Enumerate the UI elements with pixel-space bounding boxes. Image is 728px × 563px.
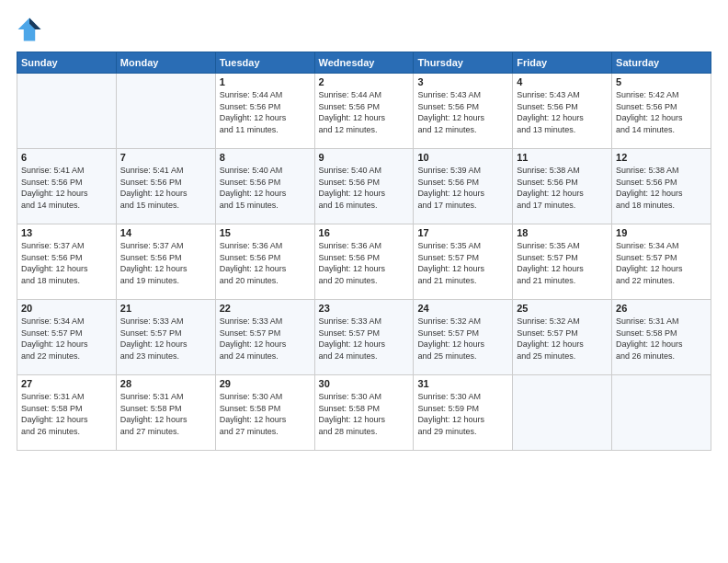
calendar-cell: 8Sunrise: 5:40 AM Sunset: 5:56 PM Daylig… — [215, 149, 314, 224]
day-info: Sunrise: 5:32 AM Sunset: 5:57 PM Dayligh… — [517, 316, 608, 362]
calendar-cell: 21Sunrise: 5:33 AM Sunset: 5:57 PM Dayli… — [116, 300, 215, 375]
day-info: Sunrise: 5:44 AM Sunset: 5:56 PM Dayligh… — [319, 89, 410, 135]
day-info: Sunrise: 5:32 AM Sunset: 5:57 PM Dayligh… — [417, 316, 508, 362]
calendar-cell: 22Sunrise: 5:33 AM Sunset: 5:57 PM Dayli… — [215, 300, 314, 375]
calendar-cell — [612, 375, 711, 451]
day-info: Sunrise: 5:37 AM Sunset: 5:56 PM Dayligh… — [21, 240, 112, 286]
week-row-0: 1Sunrise: 5:44 AM Sunset: 5:56 PM Daylig… — [17, 74, 711, 149]
week-row-3: 20Sunrise: 5:34 AM Sunset: 5:57 PM Dayli… — [17, 300, 711, 375]
day-number: 9 — [319, 152, 410, 163]
day-number: 21 — [120, 303, 211, 314]
day-number: 11 — [517, 152, 608, 163]
calendar-cell: 9Sunrise: 5:40 AM Sunset: 5:56 PM Daylig… — [314, 149, 414, 224]
calendar-cell: 16Sunrise: 5:36 AM Sunset: 5:56 PM Dayli… — [314, 224, 414, 300]
day-number: 29 — [220, 378, 311, 389]
calendar-cell: 13Sunrise: 5:37 AM Sunset: 5:56 PM Dayli… — [17, 224, 117, 300]
day-info: Sunrise: 5:35 AM Sunset: 5:57 PM Dayligh… — [417, 240, 508, 286]
week-row-4: 27Sunrise: 5:31 AM Sunset: 5:58 PM Dayli… — [17, 375, 711, 451]
day-number: 5 — [616, 76, 707, 87]
day-info: Sunrise: 5:30 AM Sunset: 5:59 PM Dayligh… — [417, 391, 508, 437]
day-number: 28 — [120, 378, 211, 389]
day-number: 4 — [517, 76, 608, 87]
col-header-sunday: Sunday — [17, 52, 117, 74]
day-number: 8 — [220, 152, 311, 163]
day-info: Sunrise: 5:38 AM Sunset: 5:56 PM Dayligh… — [616, 165, 707, 211]
week-row-2: 13Sunrise: 5:37 AM Sunset: 5:56 PM Dayli… — [17, 224, 711, 300]
calendar-cell: 31Sunrise: 5:30 AM Sunset: 5:59 PM Dayli… — [414, 375, 513, 451]
col-header-monday: Monday — [116, 52, 215, 74]
day-info: Sunrise: 5:33 AM Sunset: 5:57 PM Dayligh… — [220, 316, 311, 362]
day-number: 10 — [417, 152, 508, 163]
calendar-cell: 17Sunrise: 5:35 AM Sunset: 5:57 PM Dayli… — [414, 224, 513, 300]
day-info: Sunrise: 5:34 AM Sunset: 5:57 PM Dayligh… — [21, 316, 112, 362]
day-number: 12 — [616, 152, 707, 163]
day-info: Sunrise: 5:31 AM Sunset: 5:58 PM Dayligh… — [21, 391, 112, 437]
day-info: Sunrise: 5:33 AM Sunset: 5:57 PM Dayligh… — [120, 316, 211, 362]
day-info: Sunrise: 5:41 AM Sunset: 5:56 PM Dayligh… — [21, 165, 112, 211]
calendar-cell: 20Sunrise: 5:34 AM Sunset: 5:57 PM Dayli… — [17, 300, 117, 375]
day-number: 25 — [517, 303, 608, 314]
day-number: 30 — [319, 378, 410, 389]
day-number: 1 — [220, 76, 311, 87]
col-header-saturday: Saturday — [612, 52, 711, 74]
header-row: SundayMondayTuesdayWednesdayThursdayFrid… — [17, 52, 711, 74]
calendar-cell: 2Sunrise: 5:44 AM Sunset: 5:56 PM Daylig… — [314, 74, 414, 149]
calendar-cell: 5Sunrise: 5:42 AM Sunset: 5:56 PM Daylig… — [612, 74, 711, 149]
col-header-wednesday: Wednesday — [314, 52, 414, 74]
calendar-cell: 15Sunrise: 5:36 AM Sunset: 5:56 PM Dayli… — [215, 224, 314, 300]
day-number: 24 — [417, 303, 508, 314]
col-header-thursday: Thursday — [414, 52, 513, 74]
calendar-cell: 29Sunrise: 5:30 AM Sunset: 5:58 PM Dayli… — [215, 375, 314, 451]
calendar-cell: 4Sunrise: 5:43 AM Sunset: 5:56 PM Daylig… — [513, 74, 612, 149]
day-number: 16 — [319, 227, 410, 238]
day-number: 2 — [319, 76, 410, 87]
day-number: 6 — [21, 152, 112, 163]
day-number: 31 — [417, 378, 508, 389]
calendar-cell: 12Sunrise: 5:38 AM Sunset: 5:56 PM Dayli… — [612, 149, 711, 224]
calendar-cell: 28Sunrise: 5:31 AM Sunset: 5:58 PM Dayli… — [116, 375, 215, 451]
day-info: Sunrise: 5:38 AM Sunset: 5:56 PM Dayligh… — [517, 165, 608, 211]
day-info: Sunrise: 5:31 AM Sunset: 5:58 PM Dayligh… — [616, 316, 707, 362]
day-info: Sunrise: 5:36 AM Sunset: 5:56 PM Dayligh… — [220, 240, 311, 286]
day-info: Sunrise: 5:40 AM Sunset: 5:56 PM Dayligh… — [220, 165, 311, 211]
calendar-cell: 10Sunrise: 5:39 AM Sunset: 5:56 PM Dayli… — [414, 149, 513, 224]
day-info: Sunrise: 5:40 AM Sunset: 5:56 PM Dayligh… — [319, 165, 410, 211]
day-number: 27 — [21, 378, 112, 389]
day-info: Sunrise: 5:36 AM Sunset: 5:56 PM Dayligh… — [319, 240, 410, 286]
day-number: 14 — [120, 227, 211, 238]
day-info: Sunrise: 5:37 AM Sunset: 5:56 PM Dayligh… — [120, 240, 211, 286]
day-number: 15 — [220, 227, 311, 238]
week-row-1: 6Sunrise: 5:41 AM Sunset: 5:56 PM Daylig… — [17, 149, 711, 224]
day-number: 17 — [417, 227, 508, 238]
calendar: SundayMondayTuesdayWednesdayThursdayFrid… — [17, 52, 711, 451]
calendar-cell: 27Sunrise: 5:31 AM Sunset: 5:58 PM Dayli… — [17, 375, 117, 451]
page: SundayMondayTuesdayWednesdayThursdayFrid… — [0, 0, 728, 563]
logo-icon — [17, 17, 42, 42]
col-header-friday: Friday — [513, 52, 612, 74]
calendar-cell: 19Sunrise: 5:34 AM Sunset: 5:57 PM Dayli… — [612, 224, 711, 300]
calendar-cell — [116, 74, 215, 149]
calendar-cell: 24Sunrise: 5:32 AM Sunset: 5:57 PM Dayli… — [414, 300, 513, 375]
day-info: Sunrise: 5:42 AM Sunset: 5:56 PM Dayligh… — [616, 89, 707, 135]
calendar-cell: 18Sunrise: 5:35 AM Sunset: 5:57 PM Dayli… — [513, 224, 612, 300]
logo — [17, 17, 46, 42]
day-number: 22 — [220, 303, 311, 314]
calendar-cell: 6Sunrise: 5:41 AM Sunset: 5:56 PM Daylig… — [17, 149, 117, 224]
day-number: 13 — [21, 227, 112, 238]
day-info: Sunrise: 5:35 AM Sunset: 5:57 PM Dayligh… — [517, 240, 608, 286]
calendar-cell: 3Sunrise: 5:43 AM Sunset: 5:56 PM Daylig… — [414, 74, 513, 149]
day-info: Sunrise: 5:43 AM Sunset: 5:56 PM Dayligh… — [517, 89, 608, 135]
day-info: Sunrise: 5:41 AM Sunset: 5:56 PM Dayligh… — [120, 165, 211, 211]
day-info: Sunrise: 5:31 AM Sunset: 5:58 PM Dayligh… — [120, 391, 211, 437]
calendar-cell: 26Sunrise: 5:31 AM Sunset: 5:58 PM Dayli… — [612, 300, 711, 375]
calendar-cell: 30Sunrise: 5:30 AM Sunset: 5:58 PM Dayli… — [314, 375, 414, 451]
day-number: 20 — [21, 303, 112, 314]
day-info: Sunrise: 5:39 AM Sunset: 5:56 PM Dayligh… — [417, 165, 508, 211]
day-info: Sunrise: 5:43 AM Sunset: 5:56 PM Dayligh… — [417, 89, 508, 135]
day-number: 23 — [319, 303, 410, 314]
day-info: Sunrise: 5:34 AM Sunset: 5:57 PM Dayligh… — [616, 240, 707, 286]
calendar-cell: 25Sunrise: 5:32 AM Sunset: 5:57 PM Dayli… — [513, 300, 612, 375]
day-number: 19 — [616, 227, 707, 238]
calendar-cell: 1Sunrise: 5:44 AM Sunset: 5:56 PM Daylig… — [215, 74, 314, 149]
day-number: 7 — [120, 152, 211, 163]
